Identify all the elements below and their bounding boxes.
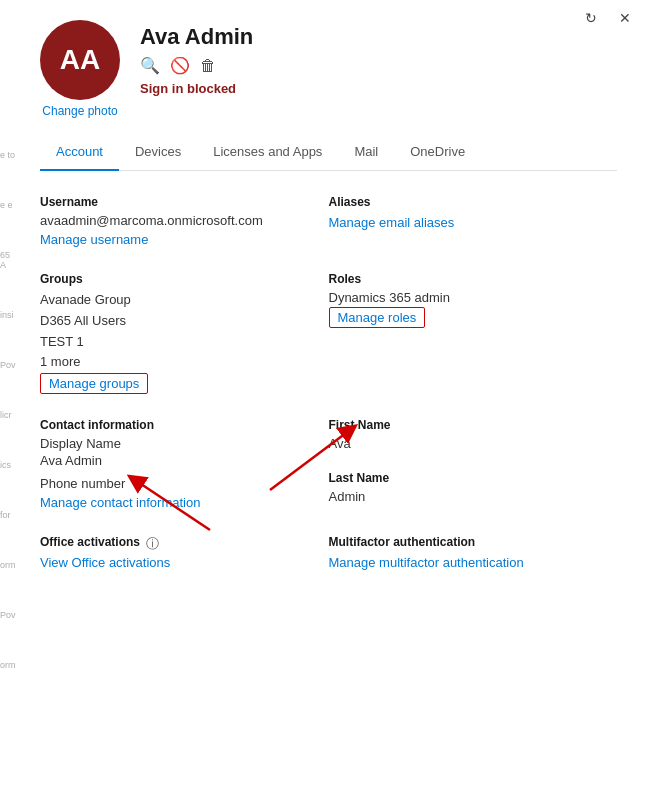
phone-label: Phone number: [40, 476, 309, 491]
username-value: avaadmin@marcoma.onmicrosoft.com: [40, 213, 309, 228]
username-label: Username: [40, 195, 309, 209]
group-item-1: Avanade Group: [40, 290, 309, 311]
profile-info: Ava Admin 🔍 🚫 🗑 Sign in blocked: [140, 20, 253, 96]
group-item-2: D365 All Users: [40, 311, 309, 332]
view-office-activations-link[interactable]: View Office activations: [40, 555, 170, 570]
username-section: Username avaadmin@marcoma.onmicrosoft.co…: [40, 195, 329, 248]
first-name-value: Ava: [329, 436, 598, 451]
display-name-label: Display Name: [40, 436, 309, 451]
multifactor-section: Multifactor authentication Manage multif…: [329, 535, 618, 571]
groups-section: Groups Avanade Group D365 All Users TEST…: [40, 272, 329, 394]
group-item-4: 1 more: [40, 352, 309, 373]
last-name-label: Last Name: [329, 471, 598, 485]
profile-name: Ava Admin: [140, 24, 253, 50]
contact-section: Contact information Display Name Ava Adm…: [40, 418, 329, 511]
tabs: Account Devices Licenses and Apps Mail O…: [40, 134, 617, 171]
edit-icon[interactable]: 🔍: [140, 56, 160, 75]
roles-section: Roles Dynamics 365 admin Manage roles: [329, 272, 618, 394]
manage-roles-link[interactable]: Manage roles: [329, 307, 426, 328]
manage-groups-link[interactable]: Manage groups: [40, 373, 148, 394]
profile-header: AA Change photo Ava Admin 🔍 🚫 🗑 Sign in …: [40, 20, 617, 118]
profile-actions: 🔍 🚫 🗑: [140, 56, 253, 75]
tab-account[interactable]: Account: [40, 134, 119, 171]
display-name-value: Ava Admin: [40, 453, 309, 468]
background-content: e to e e 65 A insi Pov licr ics for orm …: [0, 150, 18, 670]
avatar: AA: [40, 20, 120, 100]
last-name-value: Admin: [329, 489, 598, 504]
avatar-initials: AA: [60, 44, 100, 76]
roles-value: Dynamics 365 admin: [329, 290, 598, 305]
manage-username-link[interactable]: Manage username: [40, 232, 148, 247]
groups-label: Groups: [40, 272, 309, 286]
block-icon[interactable]: 🚫: [170, 56, 190, 75]
change-photo-link[interactable]: Change photo: [42, 104, 117, 118]
tab-mail[interactable]: Mail: [338, 134, 394, 171]
first-name-label: First Name: [329, 418, 598, 432]
office-activations-info-icon: ⓘ: [146, 535, 159, 553]
sign-in-status: Sign in blocked: [140, 81, 253, 96]
office-activations-section: Office activations ⓘ View Office activat…: [40, 535, 329, 571]
account-content: Username avaadmin@marcoma.onmicrosoft.co…: [40, 195, 617, 595]
manage-contact-link[interactable]: Manage contact information: [40, 495, 200, 510]
tab-devices[interactable]: Devices: [119, 134, 197, 171]
delete-icon[interactable]: 🗑: [200, 57, 216, 75]
contact-label: Contact information: [40, 418, 309, 432]
office-activations-label: Office activations: [40, 535, 140, 549]
manage-multifactor-link[interactable]: Manage multifactor authentication: [329, 555, 524, 570]
name-section: First Name Ava Last Name Admin: [329, 418, 618, 511]
aliases-section: Aliases Manage email aliases: [329, 195, 618, 248]
avatar-container: AA Change photo: [40, 20, 120, 118]
tab-onedrive[interactable]: OneDrive: [394, 134, 481, 171]
groups-list: Avanade Group D365 All Users TEST 1 1 mo…: [40, 290, 309, 373]
main-panel: AA Change photo Ava Admin 🔍 🚫 🗑 Sign in …: [20, 0, 647, 615]
manage-aliases-link[interactable]: Manage email aliases: [329, 215, 455, 230]
multifactor-label: Multifactor authentication: [329, 535, 598, 549]
tab-licenses[interactable]: Licenses and Apps: [197, 134, 338, 171]
roles-label: Roles: [329, 272, 598, 286]
aliases-label: Aliases: [329, 195, 598, 209]
group-item-3: TEST 1: [40, 332, 309, 353]
